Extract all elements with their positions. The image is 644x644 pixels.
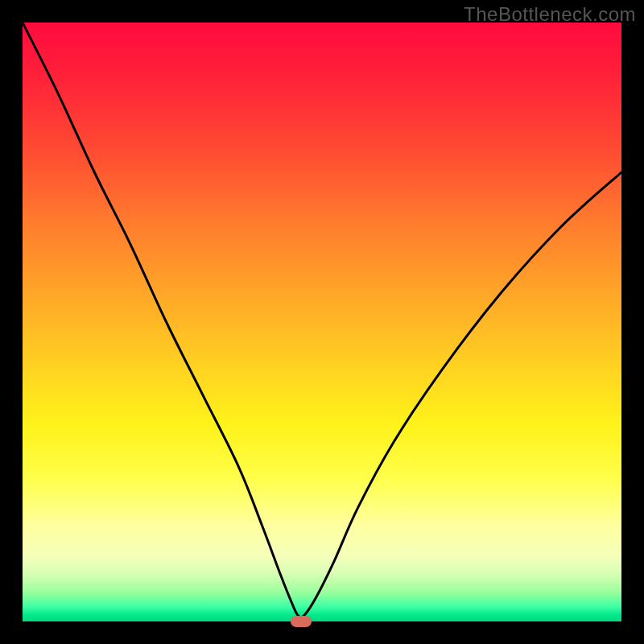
bottleneck-curve (23, 23, 621, 621)
curve-path (23, 23, 621, 617)
optimum-marker (291, 616, 312, 627)
plot-area (23, 23, 621, 621)
chart-frame: TheBottleneck.com (0, 0, 644, 644)
watermark-text: TheBottleneck.com (464, 3, 636, 26)
